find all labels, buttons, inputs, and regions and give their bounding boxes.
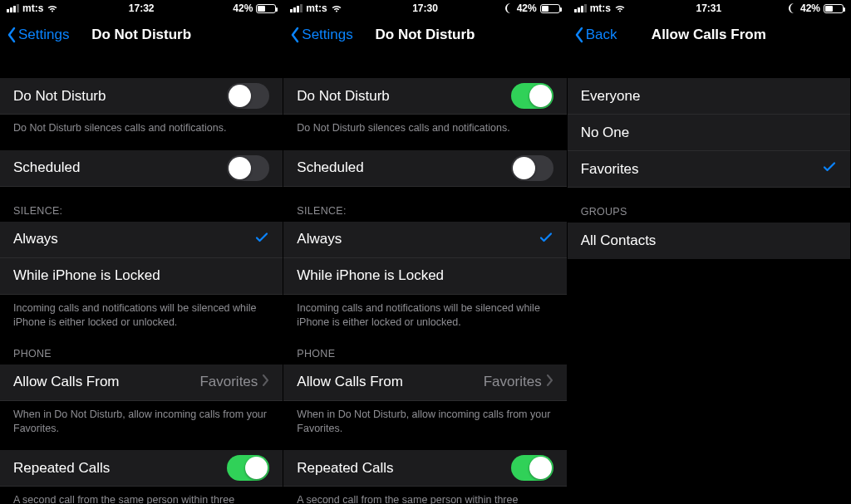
option-favorites[interactable]: Favorites bbox=[568, 151, 850, 188]
dnd-footer: Do Not Disturb silences calls and notifi… bbox=[0, 115, 283, 135]
silence-locked-row[interactable]: While iPhone is Locked bbox=[0, 258, 283, 295]
clock-label: 17:31 bbox=[696, 2, 721, 14]
back-label: Settings bbox=[18, 27, 69, 43]
allow-calls-label: Allow Calls From bbox=[13, 374, 120, 390]
option-all-contacts[interactable]: All Contacts bbox=[568, 223, 850, 259]
battery-icon bbox=[824, 4, 844, 13]
option-no-one[interactable]: No One bbox=[568, 115, 850, 151]
scheduled-label: Scheduled bbox=[13, 159, 80, 176]
chevron-right-icon bbox=[547, 374, 553, 390]
repeated-calls-toggle[interactable] bbox=[227, 455, 269, 481]
screen-dnd-off: mt:s 17:32 42% Settings Do Not Disturb D… bbox=[0, 0, 283, 504]
scheduled-toggle[interactable] bbox=[227, 155, 269, 181]
checkmark-icon bbox=[254, 230, 269, 249]
back-label: Back bbox=[586, 27, 617, 43]
chevron-left-icon bbox=[574, 27, 584, 43]
allow-calls-row[interactable]: Allow Calls From Favorites bbox=[0, 365, 283, 401]
silence-footer: Incoming calls and notifications will be… bbox=[283, 295, 566, 330]
silence-header: SILENCE: bbox=[0, 187, 283, 222]
cell-signal-icon bbox=[574, 4, 587, 12]
repeated-calls-label: Repeated Calls bbox=[297, 460, 393, 477]
chevron-left-icon bbox=[7, 27, 17, 43]
repeated-calls-row: Repeated Calls bbox=[0, 450, 283, 487]
wifi-icon bbox=[331, 4, 342, 12]
repeated-calls-label: Repeated Calls bbox=[13, 460, 110, 477]
dnd-label: Do Not Disturb bbox=[297, 88, 389, 105]
back-button[interactable]: Settings bbox=[290, 27, 352, 43]
nav-bar: Settings Do Not Disturb bbox=[283, 17, 566, 53]
scheduled-toggle-row: Scheduled bbox=[283, 150, 566, 187]
dnd-toggle[interactable] bbox=[227, 83, 269, 109]
option-label: Favorites bbox=[581, 161, 639, 178]
repeated-calls-footer: A second call from the same person withi… bbox=[0, 487, 283, 504]
dnd-toggle[interactable] bbox=[511, 83, 553, 109]
wifi-icon bbox=[47, 4, 58, 12]
option-label: Everyone bbox=[581, 88, 641, 105]
silence-header: SILENCE: bbox=[283, 187, 566, 222]
silence-locked-row[interactable]: While iPhone is Locked bbox=[283, 258, 566, 295]
phone-header: PHONE bbox=[283, 330, 566, 365]
clock-label: 17:32 bbox=[129, 2, 155, 14]
carrier-label: mt:s bbox=[590, 2, 611, 14]
silence-always-row[interactable]: Always bbox=[283, 222, 566, 258]
option-everyone[interactable]: Everyone bbox=[568, 78, 850, 115]
scheduled-toggle-row: Scheduled bbox=[0, 150, 283, 187]
moon-icon bbox=[504, 3, 514, 13]
back-label: Settings bbox=[302, 27, 352, 43]
page-title: Do Not Disturb bbox=[91, 27, 191, 43]
battery-icon bbox=[256, 4, 276, 13]
checkmark-icon bbox=[822, 159, 837, 179]
allow-calls-footer: When in Do Not Disturb, allow incoming c… bbox=[283, 401, 566, 436]
nav-bar: Settings Do Not Disturb bbox=[0, 17, 283, 53]
clock-label: 17:30 bbox=[412, 2, 438, 14]
chevron-left-icon bbox=[290, 27, 300, 43]
status-bar: mt:s 17:31 42% bbox=[568, 0, 850, 17]
cell-signal-icon bbox=[290, 4, 303, 12]
back-button[interactable]: Settings bbox=[7, 27, 69, 43]
silence-always-label: Always bbox=[297, 231, 342, 247]
checkmark-icon bbox=[539, 230, 553, 249]
groups-header: GROUPS bbox=[568, 188, 850, 223]
status-bar: mt:s 17:32 42% bbox=[0, 0, 283, 17]
dnd-label: Do Not Disturb bbox=[13, 88, 106, 105]
allow-calls-footer: When in Do Not Disturb, allow incoming c… bbox=[0, 401, 283, 436]
scheduled-label: Scheduled bbox=[297, 159, 363, 176]
scheduled-toggle[interactable] bbox=[511, 155, 553, 181]
allow-calls-row[interactable]: Allow Calls From Favorites bbox=[283, 365, 566, 401]
nav-bar: Back Allow Calls From bbox=[568, 17, 850, 53]
repeated-calls-row: Repeated Calls bbox=[283, 450, 566, 487]
dnd-toggle-row: Do Not Disturb bbox=[283, 78, 566, 115]
page-title: Allow Calls From bbox=[652, 27, 766, 43]
wifi-icon bbox=[614, 4, 626, 12]
dnd-toggle-row: Do Not Disturb bbox=[0, 78, 283, 115]
battery-pct-label: 42% bbox=[800, 2, 820, 14]
battery-pct-label: 42% bbox=[233, 2, 253, 14]
chevron-right-icon bbox=[263, 374, 269, 390]
silence-always-label: Always bbox=[13, 231, 58, 247]
option-label: All Contacts bbox=[581, 232, 657, 249]
allow-calls-value: Favorites bbox=[484, 374, 542, 390]
silence-footer: Incoming calls and notifications will be… bbox=[0, 295, 283, 330]
repeated-calls-footer: A second call from the same person withi… bbox=[283, 487, 566, 504]
screen-dnd-on: mt:s 17:30 42% Settings Do Not Disturb D… bbox=[283, 0, 567, 504]
battery-icon bbox=[540, 4, 560, 13]
silence-locked-label: While iPhone is Locked bbox=[13, 267, 160, 284]
moon-icon bbox=[787, 3, 797, 13]
screen-allow-calls-from: mt:s 17:31 42% Back Allow Calls From Eve… bbox=[568, 0, 851, 504]
cell-signal-icon bbox=[7, 4, 19, 12]
silence-always-row[interactable]: Always bbox=[0, 222, 283, 258]
allow-calls-value: Favorites bbox=[199, 374, 258, 390]
option-label: No One bbox=[581, 125, 630, 141]
battery-pct-label: 42% bbox=[517, 2, 537, 14]
back-button[interactable]: Back bbox=[574, 27, 617, 43]
phone-header: PHONE bbox=[0, 330, 283, 365]
status-bar: mt:s 17:30 42% bbox=[283, 0, 566, 17]
repeated-calls-toggle[interactable] bbox=[511, 455, 553, 481]
silence-locked-label: While iPhone is Locked bbox=[297, 267, 444, 284]
carrier-label: mt:s bbox=[22, 2, 43, 14]
page-title: Do Not Disturb bbox=[376, 27, 475, 43]
carrier-label: mt:s bbox=[306, 2, 327, 14]
allow-calls-label: Allow Calls From bbox=[297, 374, 403, 390]
dnd-footer: Do Not Disturb silences calls and notifi… bbox=[283, 115, 566, 135]
